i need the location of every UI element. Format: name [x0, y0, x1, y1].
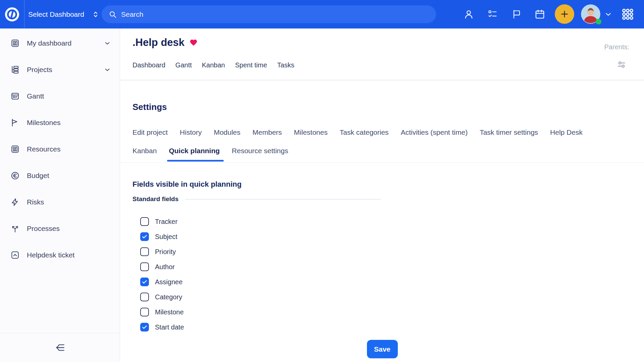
search-bar[interactable]: Search — [102, 5, 436, 23]
settings-tab-activities[interactable]: Activities (spent time) — [401, 128, 468, 137]
sidebar-item-label: Projects — [27, 66, 52, 74]
chevron-down-icon — [104, 66, 111, 73]
tracker-checkbox[interactable] — [140, 217, 149, 226]
start-date-checkbox[interactable] — [140, 323, 149, 331]
project-tab-kanban[interactable]: Kanban — [202, 61, 225, 69]
settings-tab-milestones[interactable]: Milestones — [294, 128, 327, 137]
topbar: Select Dashboard Search — [0, 0, 644, 28]
apps-grid-icon — [622, 8, 634, 20]
quick-planning-heading: Fields visible in quick planning — [132, 180, 241, 189]
sidebar-item-projects[interactable]: Projects — [0, 56, 120, 83]
search-icon — [109, 10, 117, 18]
settings-tab-task-categories[interactable]: Task categories — [340, 128, 389, 137]
calendar-icon — [535, 9, 545, 19]
subject-checkbox[interactable] — [140, 232, 149, 241]
field-label: Author — [155, 263, 175, 271]
sidebar-nav: My dashboard Projects Gantt — [0, 28, 120, 268]
sidebar-item-label: Resources — [27, 145, 60, 153]
sidebar-item-label: Helpdesk ticket — [27, 251, 74, 259]
project-tab-dashboard[interactable]: Dashboard — [132, 61, 165, 69]
settings-tab-history[interactable]: History — [180, 128, 202, 137]
settings-tab-members[interactable]: Members — [253, 128, 282, 137]
author-checkbox[interactable] — [140, 262, 149, 271]
flag-icon — [512, 9, 522, 19]
standard-fields-divider — [185, 199, 381, 199]
check-icon — [142, 234, 148, 240]
settings-tab-quick-planning[interactable]: Quick planning — [169, 146, 220, 155]
sidebar-item-resources[interactable]: Resources — [0, 136, 120, 162]
project-tab-gantt[interactable]: Gantt — [175, 61, 192, 69]
field-row-subject[interactable]: Subject — [140, 232, 184, 241]
field-label: Start date — [155, 323, 184, 331]
sidebar-item-label: My dashboard — [27, 39, 71, 47]
field-row-start-date[interactable]: Start date — [140, 323, 184, 331]
settings-tab-resource-settings[interactable]: Resource settings — [232, 146, 288, 155]
milestone-checkbox[interactable] — [140, 308, 149, 316]
field-row-assignee[interactable]: Assignee — [140, 278, 184, 286]
app-logo[interactable] — [0, 0, 24, 28]
sidebar-item-label: Gantt — [27, 92, 44, 100]
sidebar-item-budget[interactable]: Budget — [0, 162, 120, 189]
category-checkbox[interactable] — [140, 293, 149, 301]
settings-heading: Settings — [132, 102, 167, 112]
settings-tab-kanban[interactable]: Kanban — [132, 146, 157, 155]
field-label: Tracker — [155, 218, 177, 226]
settings-tabs-row-1: Edit project History Modules Members Mil… — [132, 128, 644, 137]
sidebar-item-label: Budget — [27, 172, 49, 180]
dashboard-selector[interactable]: Select Dashboard — [28, 0, 100, 28]
collapse-sidebar-icon — [54, 342, 66, 354]
sidebar-item-milestones[interactable]: Milestones — [0, 109, 120, 136]
header-settings-button[interactable] — [616, 59, 627, 69]
project-tab-spent-time[interactable]: Spent time — [235, 61, 267, 69]
field-row-tracker[interactable]: Tracker — [140, 217, 184, 226]
field-checkbox-list: Tracker Subject Priority Author Assignee… — [140, 217, 184, 338]
settings-tab-help-desk[interactable]: Help Desk — [550, 128, 583, 137]
tasks-button[interactable] — [485, 0, 500, 28]
logo-icon — [5, 7, 19, 22]
page-title: .Help desk — [132, 36, 184, 49]
user-button[interactable] — [461, 0, 476, 28]
standard-fields-label: Standard fields — [132, 195, 178, 203]
field-row-author[interactable]: Author — [140, 262, 184, 271]
dashboard-selector-label: Select Dashboard — [28, 10, 84, 18]
tasks-checklist-icon — [488, 9, 497, 19]
sidebar-item-helpdesk-ticket[interactable]: Helpdesk ticket — [0, 242, 120, 268]
add-button[interactable] — [555, 4, 574, 24]
collapse-sidebar-button[interactable] — [54, 342, 66, 354]
calendar-button[interactable] — [532, 0, 547, 28]
settings-tab-modules[interactable]: Modules — [214, 128, 240, 137]
project-tabs: Dashboard Gantt Kanban Spent time Tasks — [132, 61, 294, 69]
online-status-dot — [596, 19, 601, 24]
settings-tabs-row-2: Kanban Quick planning Resource settings — [132, 146, 644, 155]
flag-button[interactable] — [509, 0, 524, 28]
main-content: .Help desk Parents: Dashboard Gantt Kanb… — [120, 28, 644, 362]
assignee-checkbox[interactable] — [140, 278, 149, 286]
apps-grid-button[interactable] — [620, 0, 635, 28]
field-row-milestone[interactable]: Milestone — [140, 308, 184, 316]
euro-icon — [11, 171, 19, 180]
chevron-down-icon — [104, 40, 111, 47]
avatar-menu-button[interactable] — [603, 0, 613, 28]
sidebar-item-processes[interactable]: Processes — [0, 215, 120, 242]
dashboard-icon — [11, 39, 19, 48]
field-label: Milestone — [155, 308, 184, 316]
project-tab-tasks[interactable]: Tasks — [277, 61, 294, 69]
gantt-icon — [11, 92, 19, 101]
plus-icon — [560, 9, 569, 19]
sidebar-item-my-dashboard[interactable]: My dashboard — [0, 30, 120, 56]
save-button[interactable]: Save — [367, 340, 398, 358]
settings-tab-edit-project[interactable]: Edit project — [132, 128, 168, 137]
field-row-category[interactable]: Category — [140, 293, 184, 301]
field-row-priority[interactable]: Priority — [140, 247, 184, 256]
field-label: Category — [155, 293, 182, 301]
settings-tab-task-timer-settings[interactable]: Task timer settings — [480, 128, 538, 137]
expand-updown-icon — [92, 10, 100, 18]
sidebar-item-label: Processes — [27, 225, 60, 233]
favorite-heart-icon[interactable] — [190, 39, 198, 47]
sidebar-item-gantt[interactable]: Gantt — [0, 83, 120, 109]
sidebar-item-risks[interactable]: Risks — [0, 189, 120, 215]
lightning-icon — [11, 198, 19, 206]
milestone-flag-icon — [11, 118, 19, 127]
sidebar: My dashboard Projects Gantt — [0, 28, 120, 362]
priority-checkbox[interactable] — [140, 247, 149, 256]
